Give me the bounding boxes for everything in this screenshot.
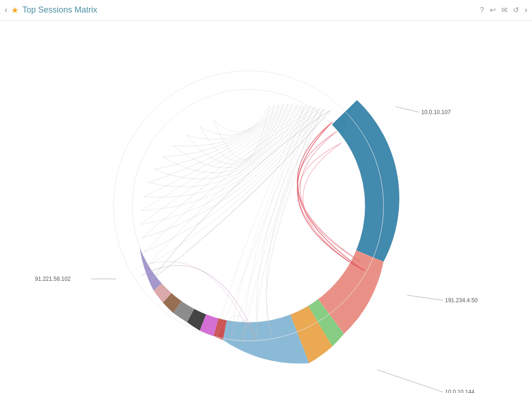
header-right: ? ↩ ✉ ↺ › (480, 5, 527, 15)
history-icon[interactable]: ↺ (513, 6, 519, 14)
header-left: ‹ ★ Top Sessions Matrix (5, 5, 480, 15)
forward-arrow-icon[interactable]: › (525, 5, 527, 15)
star-icon[interactable]: ★ (11, 5, 19, 15)
back-arrow-icon[interactable]: ‹ (5, 5, 7, 15)
reply-icon[interactable]: ↩ (490, 6, 496, 14)
main-content: 10.0.10.107 191.234.4.50 10.0.10.144 91.… (0, 20, 532, 393)
label-10-0-10-107: 10.0.10.107 (421, 109, 451, 115)
mail-icon[interactable]: ✉ (501, 6, 507, 14)
label-10-0-10-144: 10.0.10.144 (445, 389, 475, 393)
chord-svg (72, 29, 425, 383)
label-191-234-4-50: 191.234.4.50 (445, 297, 478, 304)
header: ‹ ★ Top Sessions Matrix ? ↩ ✉ ↺ › (0, 0, 532, 20)
label-91-221-58-102: 91.221.58.102 (35, 276, 71, 282)
help-icon[interactable]: ? (480, 6, 484, 14)
chord-chart (72, 29, 425, 385)
page-title: Top Sessions Matrix (22, 5, 97, 15)
